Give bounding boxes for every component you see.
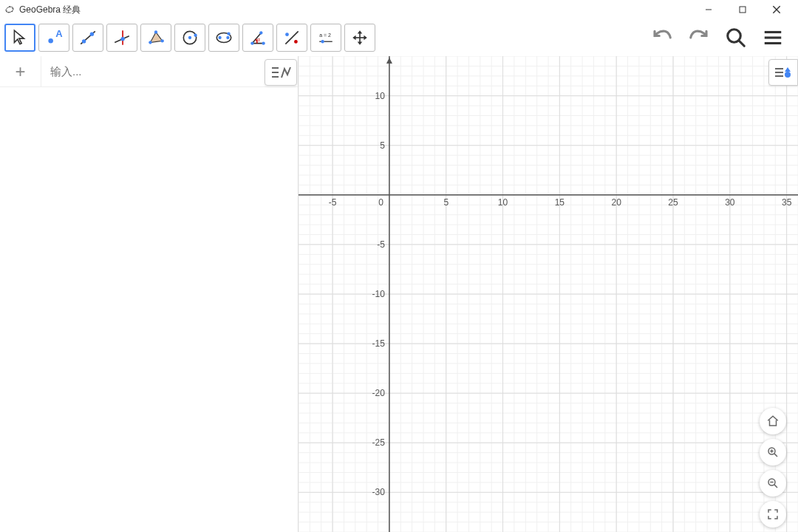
fullscreen-button[interactable]: [760, 501, 786, 528]
reflect-icon: [282, 28, 302, 47]
svg-point-30: [259, 31, 262, 34]
circle-tool-button[interactable]: [174, 24, 205, 52]
svg-text:35: 35: [782, 197, 792, 208]
svg-text:10: 10: [375, 91, 386, 101]
style-bar-toggle[interactable]: [768, 59, 798, 86]
svg-point-28: [250, 41, 253, 44]
move-arrows-icon: [349, 28, 370, 47]
ellipse-tool-button[interactable]: [208, 24, 239, 52]
undo-icon: [651, 27, 673, 49]
reflect-tool-button[interactable]: [276, 24, 307, 52]
svg-point-27: [227, 32, 230, 35]
circle-icon: [180, 28, 200, 47]
svg-point-26: [226, 36, 229, 39]
home-view-button[interactable]: [760, 408, 786, 434]
fullscreen-icon: [766, 508, 780, 521]
svg-text:30: 30: [725, 197, 735, 208]
cursor-icon: [10, 28, 30, 47]
list-graph-icon: [270, 64, 292, 81]
move-tool-button[interactable]: [4, 24, 35, 52]
svg-point-22: [188, 36, 191, 39]
svg-text:5: 5: [380, 140, 385, 151]
svg-text:-25: -25: [372, 437, 386, 448]
svg-text:α: α: [257, 37, 260, 42]
svg-text:15: 15: [555, 197, 565, 208]
window-controls: [692, 0, 794, 19]
svg-point-18: [149, 41, 151, 44]
svg-text:-5: -5: [329, 197, 337, 208]
graph-area[interactable]: -505101520253035105-5-10-15-20-25-30: [299, 56, 798, 532]
maximize-button[interactable]: [726, 0, 760, 19]
minimize-button[interactable]: [692, 0, 726, 19]
home-icon: [766, 415, 780, 428]
svg-line-188: [774, 485, 777, 488]
redo-icon: [688, 27, 710, 49]
zoom-out-icon: [766, 477, 780, 490]
perpendicular-tool-button[interactable]: [106, 24, 137, 52]
geogebra-icon: [4, 4, 15, 15]
svg-point-1: [6, 10, 7, 12]
polygon-icon: [146, 28, 166, 47]
svg-line-184: [774, 454, 777, 457]
svg-point-2: [12, 7, 13, 9]
svg-point-37: [321, 40, 324, 43]
svg-point-4: [8, 12, 10, 13]
zoom-out-button[interactable]: [760, 470, 786, 497]
svg-text:10: 10: [498, 197, 508, 208]
line-tool-button[interactable]: [72, 24, 103, 52]
angle-tool-button[interactable]: α: [242, 24, 273, 52]
algebra-input[interactable]: [41, 57, 298, 86]
line-icon: [78, 28, 98, 47]
toggle-panel-button[interactable]: [265, 59, 297, 86]
svg-point-23: [194, 34, 197, 37]
zoom-in-button[interactable]: [760, 439, 786, 466]
menu-button[interactable]: [758, 23, 788, 52]
svg-rect-7: [740, 7, 746, 13]
move-view-tool-button[interactable]: [344, 24, 375, 52]
zoom-in-icon: [766, 446, 780, 459]
svg-text:20: 20: [612, 197, 622, 208]
undo-button[interactable]: [647, 23, 677, 52]
app-title: GeoGebra 经典: [4, 4, 81, 16]
svg-point-182: [785, 72, 791, 78]
app-title-text: GeoGebra 经典: [19, 4, 81, 16]
svg-text:25: 25: [668, 197, 678, 208]
svg-text:0: 0: [378, 197, 383, 208]
coordinate-plane: -505101520253035105-5-10-15-20-25-30: [299, 56, 798, 532]
svg-point-10: [48, 38, 53, 44]
close-button[interactable]: [760, 0, 794, 19]
svg-point-34: [294, 40, 298, 44]
point-tool-button[interactable]: A: [38, 24, 69, 52]
redo-button[interactable]: [684, 23, 714, 52]
svg-text:-30: -30: [372, 487, 386, 497]
svg-point-33: [285, 33, 289, 36]
search-button[interactable]: [721, 23, 751, 52]
svg-point-14: [90, 32, 94, 35]
add-button[interactable]: +: [0, 56, 41, 87]
svg-point-3: [9, 6, 10, 7]
hamburger-icon: [762, 27, 784, 49]
svg-point-25: [218, 36, 221, 39]
svg-line-41: [739, 41, 745, 47]
svg-text:A: A: [55, 28, 63, 39]
ellipse-icon: [214, 28, 234, 47]
svg-text:a = 2: a = 2: [319, 33, 331, 38]
svg-point-29: [262, 41, 265, 44]
algebra-panel: +: [0, 56, 299, 532]
svg-point-17: [120, 37, 124, 41]
polygon-tool-button[interactable]: [140, 24, 171, 52]
input-row: +: [0, 56, 298, 87]
slider-tool-button[interactable]: a = 2: [310, 24, 341, 52]
view-controls: [760, 408, 786, 528]
angle-icon: α: [248, 28, 268, 47]
main-area: + -505101520253035105-5-10-15-20-25-30: [0, 56, 798, 532]
perpendicular-icon: [112, 28, 132, 47]
style-icon: [773, 64, 794, 81]
svg-text:5: 5: [443, 197, 449, 208]
svg-text:-10: -10: [372, 289, 386, 299]
right-toolbar: [647, 23, 794, 52]
svg-point-5: [12, 10, 13, 12]
search-icon: [725, 27, 747, 49]
svg-point-19: [154, 30, 157, 33]
svg-text:-15: -15: [372, 338, 386, 349]
